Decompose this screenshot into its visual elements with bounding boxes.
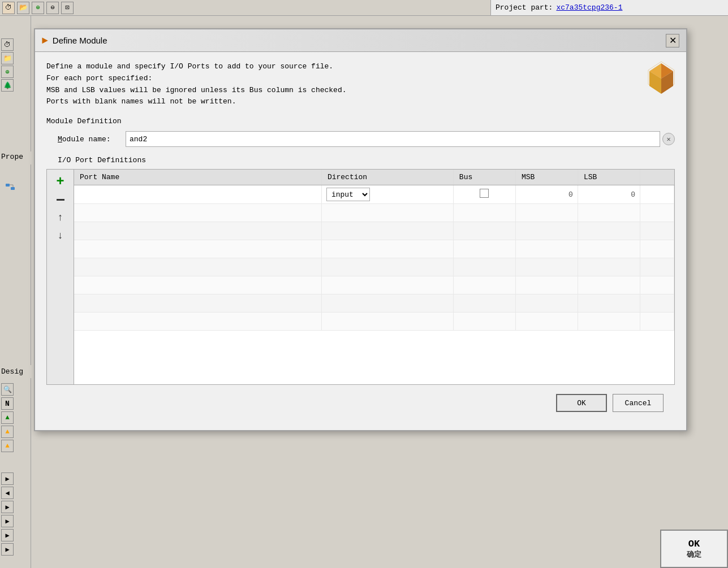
col-direction: Direction xyxy=(321,170,453,185)
io-port-table-container: + ↑ ↓ xyxy=(46,169,675,385)
dialog-title-text: Define Module xyxy=(53,36,107,45)
ok-confirm-box[interactable]: OK 确定 xyxy=(660,530,728,568)
nav-arrow-down3[interactable]: ▶ xyxy=(1,529,14,541)
design-icon-tri2[interactable]: ▲ xyxy=(1,426,14,438)
cell-lsb-7 xyxy=(578,294,640,313)
cell-bus-1[interactable] xyxy=(453,185,515,204)
cell-port-name-8[interactable] xyxy=(74,313,321,331)
move-up-button[interactable]: ↑ xyxy=(53,209,68,225)
move-down-button[interactable]: ↓ xyxy=(53,227,68,243)
cell-lsb-4 xyxy=(578,240,640,258)
sidebar-icon-tree[interactable]: 🌲 xyxy=(1,79,14,92)
direction-dropdown-1[interactable]: input output inout xyxy=(326,188,370,201)
cell-lsb-2 xyxy=(578,204,640,222)
nav-arrows: ▶ ◀ ▶ ▶ ▶ ▶ xyxy=(1,472,14,556)
cell-extra-5 xyxy=(640,258,674,276)
up-arrow-icon: ↑ xyxy=(58,211,63,223)
port-name-input-6[interactable] xyxy=(79,281,317,289)
table-row xyxy=(74,294,674,313)
col-port-name: Port Name xyxy=(74,170,321,185)
direction-select-1: input output inout xyxy=(326,188,449,201)
sidebar-hier-icon[interactable] xyxy=(5,183,16,197)
cell-port-name-1[interactable] xyxy=(74,185,321,204)
cell-msb-6 xyxy=(515,276,578,294)
ok-button[interactable]: OK xyxy=(556,394,607,412)
dialog-close-button[interactable]: ✕ xyxy=(666,34,679,47)
dialog-titlebar: ► Define Module ✕ xyxy=(35,29,686,52)
io-port-header: I/O Port Definitions xyxy=(58,156,675,164)
table-row xyxy=(74,313,674,331)
desc-line-4: Ports with blank names will not be writt… xyxy=(46,96,675,108)
nav-arrow-left[interactable]: ◀ xyxy=(1,487,14,499)
sidebar-icon-timer[interactable]: ⏱ xyxy=(1,38,14,51)
project-part-link[interactable]: xc7a35tcpg236-1 xyxy=(556,3,622,12)
design-icon-tri1[interactable]: ▲ xyxy=(1,411,14,424)
cell-bus-3 xyxy=(453,222,515,240)
bus-checkbox-1[interactable] xyxy=(480,189,489,198)
cell-direction-3 xyxy=(321,222,453,240)
nav-arrow-down2[interactable]: ▶ xyxy=(1,515,14,527)
port-name-input-2[interactable] xyxy=(79,209,317,217)
cell-extra-3 xyxy=(640,222,674,240)
toolbar-icon-1[interactable]: ⏱ xyxy=(2,2,15,14)
cell-lsb-1[interactable]: 0 xyxy=(578,185,640,204)
nav-arrow-right[interactable]: ▶ xyxy=(1,472,14,485)
nav-arrow-down4[interactable]: ▶ xyxy=(1,543,14,556)
cell-port-name-5[interactable] xyxy=(74,258,321,276)
cell-port-name-4[interactable] xyxy=(74,240,321,258)
design-icon-search[interactable]: 🔍 xyxy=(1,383,14,396)
plus-icon: + xyxy=(56,174,64,188)
table-header-row: Port Name Direction Bus MSB LSB xyxy=(74,170,674,185)
table-row: input output inout xyxy=(74,185,674,204)
remove-row-button[interactable] xyxy=(53,191,68,207)
module-name-label: Module name: xyxy=(58,135,126,144)
design-icon-tri3[interactable]: ▲ xyxy=(1,440,14,452)
port-name-input-5[interactable] xyxy=(79,263,317,271)
module-name-input[interactable] xyxy=(126,131,660,147)
design-icon-n[interactable]: N xyxy=(1,397,14,410)
module-name-clear-btn[interactable]: ✕ xyxy=(662,133,675,145)
table-side-toolbar: + ↑ ↓ xyxy=(47,170,74,384)
dialog-title-left: ► Define Module xyxy=(42,35,107,46)
port-name-input-3[interactable] xyxy=(79,227,317,235)
svg-rect-0 xyxy=(6,184,10,187)
modal-overlay: ► Define Module ✕ Define a module xyxy=(34,17,701,509)
cell-direction-5 xyxy=(321,258,453,276)
cell-msb-4 xyxy=(515,240,578,258)
minus-icon xyxy=(57,199,64,201)
nav-arrow-down1[interactable]: ▶ xyxy=(1,501,14,513)
vivado-logo xyxy=(646,59,677,98)
col-lsb: LSB xyxy=(578,170,640,185)
cell-port-name-3[interactable] xyxy=(74,222,321,240)
toolbar-icon-3[interactable]: ⊕ xyxy=(32,2,44,14)
cell-port-name-7[interactable] xyxy=(74,294,321,313)
sidebar-icon-add-folder[interactable]: ⊕ xyxy=(1,66,14,78)
left-sidebar: Hier Desig ⏱ 📁 ⊕ 🌲 🔍 N ▲ ▲ ▲ ▶ ◀ ▶ ▶ ▶ ▶ xyxy=(0,16,31,568)
cell-extra-2 xyxy=(640,204,674,222)
project-part-label: Project part: xyxy=(496,3,553,12)
cell-direction-2 xyxy=(321,204,453,222)
port-name-input-8[interactable] xyxy=(79,317,317,326)
cell-msb-5 xyxy=(515,258,578,276)
cell-msb-1[interactable]: 0 xyxy=(515,185,578,204)
port-name-input-7[interactable] xyxy=(79,299,317,307)
cell-port-name-2[interactable] xyxy=(74,204,321,222)
cell-extra-8 xyxy=(640,313,674,331)
sidebar-icon-folder[interactable]: 📁 xyxy=(1,52,14,64)
cell-lsb-8 xyxy=(578,313,640,331)
cell-extra-4 xyxy=(640,240,674,258)
port-name-input-4[interactable] xyxy=(79,245,317,253)
table-row xyxy=(74,258,674,276)
toolbar-icon-2[interactable]: 📂 xyxy=(17,2,29,14)
cell-extra-7 xyxy=(640,294,674,313)
toolbar-icon-5[interactable]: ⊡ xyxy=(61,2,74,14)
cell-lsb-6 xyxy=(578,276,640,294)
port-name-input-1[interactable] xyxy=(79,190,317,199)
toolbar-icon-4[interactable]: ⊖ xyxy=(46,2,59,14)
cancel-button[interactable]: Cancel xyxy=(613,394,664,412)
cell-bus-6 xyxy=(453,276,515,294)
cell-bus-4 xyxy=(453,240,515,258)
cell-port-name-6[interactable] xyxy=(74,276,321,294)
cell-direction-4 xyxy=(321,240,453,258)
add-row-button[interactable]: + xyxy=(53,173,68,189)
